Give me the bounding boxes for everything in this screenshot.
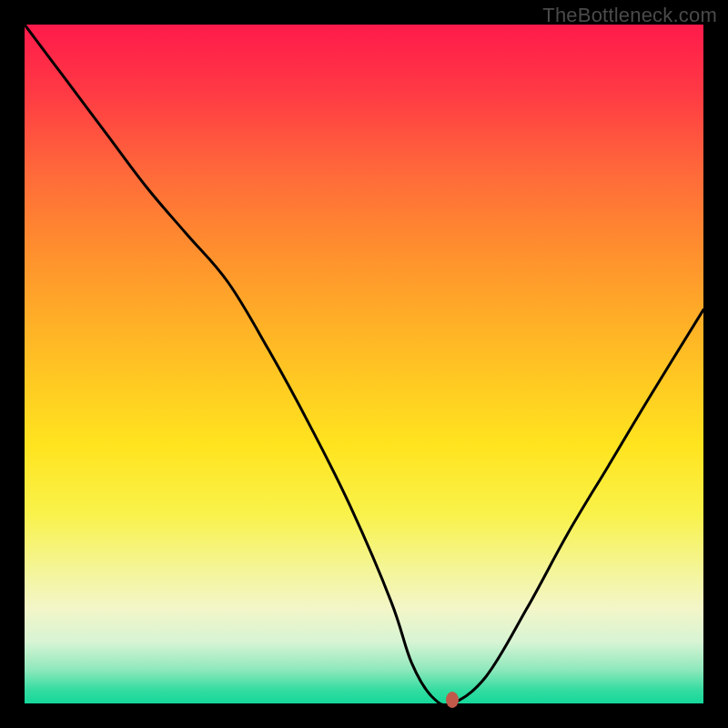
bottleneck-curve [25, 25, 703, 703]
minimum-marker [446, 692, 459, 708]
watermark-text: TheBottleneck.com [542, 4, 717, 27]
chart-frame: TheBottleneck.com [0, 0, 728, 728]
